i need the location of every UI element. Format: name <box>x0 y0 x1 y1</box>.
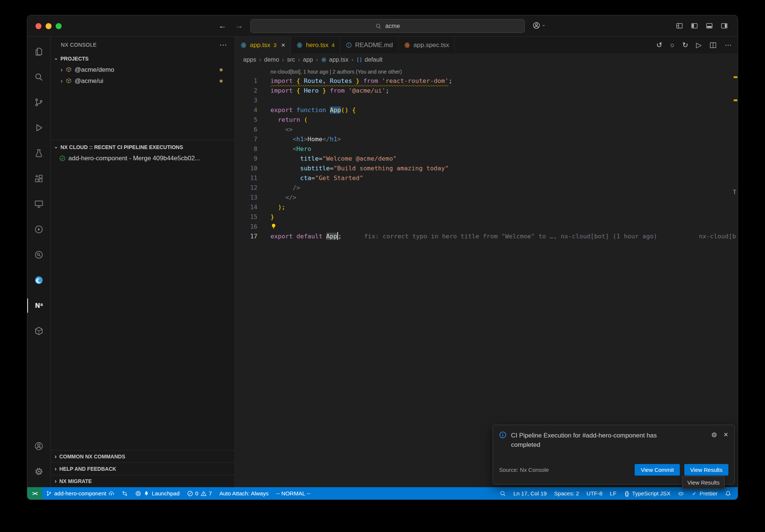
section-nx-cloud[interactable]: ⌄ NX CLOUD :: RECENT CI PIPELINE EXECUTI… <box>51 142 235 153</box>
project-item-acme-ui[interactable]: ›@acme/ui <box>51 75 235 87</box>
status-problems[interactable]: 07 <box>183 487 216 499</box>
view-results-button[interactable]: View Results <box>684 464 728 476</box>
chevron-right-icon: › <box>61 66 63 74</box>
section-help-and-feedback[interactable]: ›HELP AND FEEDBACK <box>51 463 235 475</box>
status-remote-indicator[interactable]: >< <box>27 487 42 499</box>
breadcrumb-src[interactable]: src <box>287 56 295 63</box>
status-launchpad[interactable]: Launchpad <box>131 487 183 499</box>
layout-customize-icon[interactable] <box>676 22 683 30</box>
editor-group: app.tsx3✕hero.tsx4README.mdapp.spec.tsx … <box>235 37 738 487</box>
breadcrumb-default[interactable]: default <box>356 56 382 63</box>
status-screencast-zoom[interactable] <box>496 487 510 499</box>
status-eol[interactable]: LF <box>606 487 620 499</box>
command-center-search[interactable]: acme <box>250 19 525 33</box>
code-line-5[interactable]: 5 return ( <box>235 115 738 125</box>
code-line-16[interactable]: 16 <box>235 222 738 232</box>
notification-settings-icon[interactable] <box>711 432 718 438</box>
lightbulb-icon[interactable] <box>270 223 277 229</box>
split-editor-icon[interactable] <box>709 41 717 49</box>
activity-item-nx-search-circle[interactable] <box>27 242 50 267</box>
activity-item-run-and-debug[interactable] <box>27 115 50 140</box>
codelens-blame-summary[interactable]: nx-cloud[bot], 1 hour ago | 2 authors (Y… <box>235 67 738 76</box>
code-line-14[interactable]: 14 ); <box>235 202 738 212</box>
activity-item-explorer[interactable] <box>27 39 50 64</box>
go-back-circle-icon[interactable]: ↺ <box>656 41 662 49</box>
code-line-15[interactable]: 15} <box>235 212 738 222</box>
code-line-10[interactable]: 10 subtitle="Build something amazing tod… <box>235 164 738 173</box>
section-label: NX MIGRATE <box>59 478 92 484</box>
status-vim-mode[interactable]: -- NORMAL -- <box>272 487 314 499</box>
close-notification-icon[interactable]: ✕ <box>724 431 728 438</box>
code-token <box>270 136 293 143</box>
line-number: 1 <box>235 76 257 86</box>
breadcrumb-app[interactable]: app <box>303 56 313 63</box>
activity-item-nx-run-circle[interactable] <box>27 217 50 242</box>
code-line-6[interactable]: 6 <> <box>235 125 738 134</box>
breadcrumb-apps[interactable]: apps <box>243 56 256 63</box>
status-cursor-position[interactable]: Ln 17, Col 19 <box>510 487 550 499</box>
code-line-3[interactable]: 3 <box>235 96 738 105</box>
code-line-4[interactable]: 4export function App() { <box>235 105 738 115</box>
breadcrumb-app-tsx[interactable]: app.tsx <box>321 56 349 63</box>
maximize-window-button[interactable] <box>56 23 62 29</box>
project-item-acme-demo[interactable]: ›@acme/demo <box>51 64 235 75</box>
activity-item-testing[interactable] <box>27 140 50 166</box>
more-actions-icon[interactable]: ⋯ <box>725 41 732 49</box>
tab-hero-tsx[interactable]: hero.tsx4 <box>291 37 340 53</box>
status-language-mode[interactable]: {}TypeScript JSX <box>620 487 674 499</box>
activity-item-nx-cloud-box[interactable] <box>27 318 50 344</box>
code-line-17[interactable]: 17export default App;fix: correct typo i… <box>235 232 738 241</box>
go-forward-circle-icon[interactable]: ↻ <box>682 41 688 49</box>
activity-item-account[interactable] <box>27 433 50 459</box>
code-line-12[interactable]: 12 /> <box>235 183 738 193</box>
panel-right-icon[interactable] <box>721 22 728 30</box>
activity-item-source-control[interactable] <box>27 90 50 115</box>
pipeline-execution-item[interactable]: add-hero-component - Merge 409b44e5cb02.… <box>51 153 235 164</box>
code-line-1[interactable]: 1import { Route, Routes } from 'react-ro… <box>235 76 738 86</box>
code-line-13[interactable]: 13 </> <box>235 193 738 202</box>
edge-tools-icon <box>34 275 44 285</box>
run-icon[interactable]: ▷ <box>696 41 701 49</box>
status-indentation[interactable]: Spaces: 2 <box>550 487 583 499</box>
panel-left-icon[interactable] <box>691 22 698 30</box>
go-forward-icon[interactable]: → <box>235 21 243 30</box>
go-back-icon[interactable]: ← <box>219 21 226 30</box>
code-line-9[interactable]: 9 title="Welcome @acme/demo" <box>235 154 738 164</box>
tab-app-spec-tsx[interactable]: app.spec.tsx <box>399 37 455 53</box>
activity-item-extensions[interactable] <box>27 166 50 191</box>
chevron-right-icon: › <box>55 453 57 460</box>
status-encoding[interactable]: UTF-8 <box>583 487 606 499</box>
activity-item-remote-window[interactable] <box>27 191 50 217</box>
code-token: import <box>270 77 297 84</box>
close-window-button[interactable] <box>35 23 41 29</box>
status-auto-attach[interactable]: Auto Attach: Always <box>216 487 272 499</box>
breadcrumb-demo[interactable]: demo <box>264 56 279 63</box>
status-git-branch[interactable]: add-hero-component <box>42 487 118 499</box>
activity-item-search[interactable] <box>27 64 50 90</box>
section-common-nx-commands[interactable]: ›COMMON NX COMMANDS <box>51 450 235 463</box>
section-nx-migrate[interactable]: ›NX MIGRATE <box>51 475 235 487</box>
account-menu[interactable]: ⌄ <box>532 21 546 30</box>
more-actions-icon[interactable]: ⋯ <box>220 40 227 49</box>
close-tab-icon[interactable]: ✕ <box>281 42 285 48</box>
record-icon[interactable]: ○ <box>670 41 674 49</box>
tab-app-tsx[interactable]: app.tsx3✕ <box>235 37 291 53</box>
code-token: } <box>352 77 360 84</box>
code-line-7[interactable]: 7 <h1>Home</h1> <box>235 134 738 144</box>
minimize-window-button[interactable] <box>46 23 52 29</box>
code-editor[interactable]: nx-cloud[bot], 1 hour ago | 2 authors (Y… <box>235 66 738 487</box>
code-line-11[interactable]: 11 cta="Get Started" <box>235 173 738 183</box>
activity-item-nx-console[interactable]: N <box>27 293 50 318</box>
section-projects[interactable]: ⌄ PROJECTS <box>51 53 235 64</box>
view-commit-button[interactable]: View Commit <box>635 464 679 476</box>
breadcrumb-separator: › <box>351 56 353 63</box>
activity-item-settings[interactable] <box>27 459 50 484</box>
panel-bottom-icon[interactable] <box>706 22 713 30</box>
tab-readme-md[interactable]: README.md <box>340 37 399 53</box>
cloud-upload-icon <box>108 491 114 497</box>
activity-item-edge-tools[interactable] <box>27 267 50 293</box>
code-line-2[interactable]: 2import { Hero } from '@acme/ui'; <box>235 86 738 96</box>
code-line-8[interactable]: 8 <Hero <box>235 144 738 154</box>
code-token: { <box>297 77 304 84</box>
status-git-compare[interactable] <box>118 487 131 499</box>
